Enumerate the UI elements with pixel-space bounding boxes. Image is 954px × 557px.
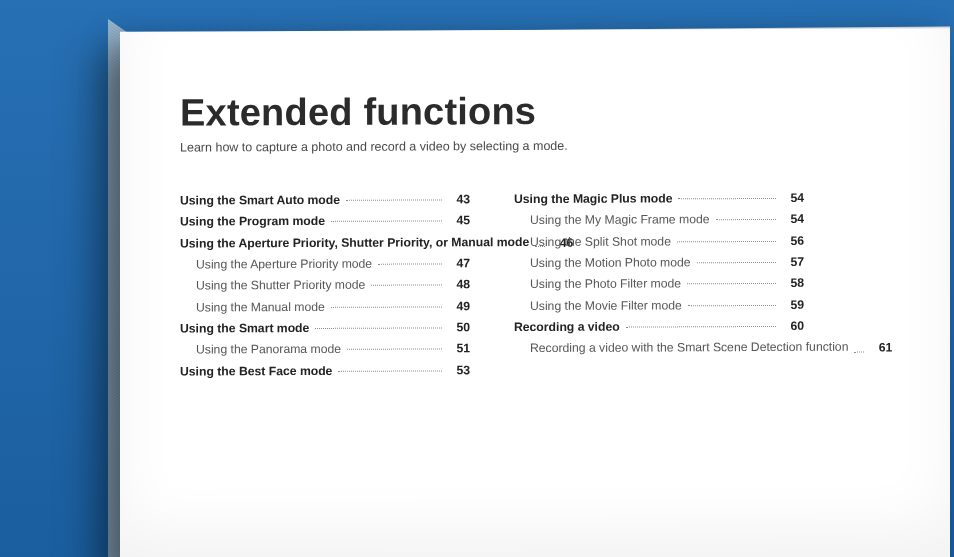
toc-entry[interactable]: Using the Panorama mode 51 (180, 339, 470, 362)
toc-entry[interactable]: Using the Magic Plus mode 54 (514, 188, 804, 211)
toc-label: Using the Panorama mode (180, 339, 341, 361)
page-title: Extended functions (180, 88, 890, 134)
toc-entry[interactable]: Recording a video 60 (514, 316, 804, 339)
toc-page: 51 (448, 339, 470, 360)
toc-label: Using the Aperture Priority mode (180, 254, 372, 276)
toc: Using the Smart Auto mode 43 Using the P… (180, 187, 890, 382)
toc-entry[interactable]: Using the Smart Auto mode 43 (180, 189, 470, 212)
toc-entry[interactable]: Using the Shutter Priority mode 48 (180, 275, 470, 298)
toc-leader (854, 351, 864, 352)
toc-leader (338, 370, 442, 371)
toc-label: Using the Motion Photo mode (514, 252, 691, 274)
stage: Extended functions Learn how to capture … (0, 0, 954, 557)
toc-page: 60 (782, 316, 804, 337)
toc-leader (688, 305, 776, 306)
toc-leader (678, 198, 776, 199)
toc-entry[interactable]: Recording a video with the Smart Scene D… (514, 337, 804, 360)
page-wrap: Extended functions Learn how to capture … (120, 30, 950, 557)
toc-leader (697, 262, 776, 263)
toc-leader (626, 326, 776, 328)
toc-page: 43 (448, 189, 470, 210)
toc-label: Using the Movie Filter mode (514, 295, 682, 317)
toc-page: 48 (448, 275, 470, 296)
toc-leader (346, 199, 442, 200)
toc-column-1: Using the Smart Auto mode 43 Using the P… (180, 189, 470, 382)
toc-label: Using the Shutter Priority mode (180, 275, 365, 297)
toc-leader (535, 246, 545, 247)
toc-page: 50 (448, 317, 470, 338)
toc-label: Using the Smart mode (180, 318, 309, 340)
toc-label: Recording a video (514, 317, 620, 339)
toc-label: Using the Split Shot mode (514, 231, 671, 253)
page: Extended functions Learn how to capture … (120, 28, 950, 557)
toc-page: 54 (782, 188, 804, 209)
toc-label: Recording a video with the Smart Scene D… (514, 337, 848, 360)
toc-label: Using the Best Face mode (180, 361, 332, 383)
toc-label: Using the Manual mode (180, 297, 325, 319)
toc-page: 53 (448, 360, 470, 381)
toc-entry[interactable]: Using the Best Face mode 53 (180, 360, 470, 383)
toc-entry[interactable]: Using the Split Shot mode 56 (514, 231, 804, 254)
toc-label: Using the Smart Auto mode (180, 190, 340, 212)
toc-entry[interactable]: Using the Aperture Priority mode 47 (180, 253, 470, 276)
toc-column-2: Using the Magic Plus mode 54 Using the M… (514, 188, 804, 381)
toc-entry[interactable]: Using the Motion Photo mode 57 (514, 252, 804, 275)
toc-page: 57 (782, 252, 804, 273)
toc-leader (331, 306, 442, 307)
toc-page: 45 (448, 211, 470, 232)
toc-leader (331, 221, 442, 222)
toc-leader (716, 219, 777, 220)
toc-entry[interactable]: Using the Movie Filter mode 59 (514, 295, 804, 318)
toc-page: 56 (782, 231, 804, 252)
toc-label: Using the Magic Plus mode (514, 188, 672, 210)
toc-entry[interactable]: Using the My Magic Frame mode 54 (514, 209, 804, 232)
toc-page: 61 (870, 338, 892, 359)
toc-entry[interactable]: Using the Manual mode 49 (180, 296, 470, 319)
toc-leader (347, 349, 442, 350)
toc-entry[interactable]: Using the Program mode 45 (180, 211, 470, 234)
toc-label: Using the My Magic Frame mode (514, 210, 710, 232)
toc-page: 49 (448, 296, 470, 317)
toc-page: 59 (782, 295, 804, 316)
toc-entry[interactable]: Using the Smart mode 50 (180, 317, 470, 340)
toc-leader (378, 263, 442, 264)
toc-leader (315, 327, 442, 329)
toc-page: 54 (782, 209, 804, 230)
toc-label: Using the Aperture Priority, Shutter Pri… (180, 232, 529, 255)
toc-entry[interactable]: Using the Photo Filter mode 58 (514, 273, 804, 296)
toc-page: 47 (448, 253, 470, 274)
page-subtitle: Learn how to capture a photo and record … (180, 137, 890, 154)
toc-leader (677, 241, 776, 242)
toc-entry[interactable]: Using the Aperture Priority, Shutter Pri… (180, 232, 470, 255)
toc-leader (371, 285, 442, 286)
toc-leader (687, 283, 776, 284)
toc-page: 58 (782, 273, 804, 294)
toc-label: Using the Photo Filter mode (514, 274, 681, 296)
toc-label: Using the Program mode (180, 211, 325, 233)
